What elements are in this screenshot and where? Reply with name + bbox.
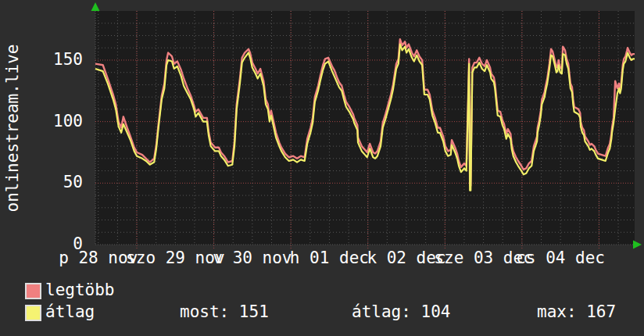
graph-window: onlinestream.live 150100500 p 28 novszo …: [0, 0, 644, 336]
y-tick-label-150: 150: [19, 50, 83, 70]
legend-label-avg: átlag: [45, 302, 95, 322]
stat-most: most: 151: [180, 302, 269, 322]
stat-atlag: átlag: 104: [352, 302, 450, 322]
legend-label-max: legtöbb: [45, 281, 115, 300]
y-tick-label-100: 100: [19, 112, 83, 131]
x-axis-arrow-icon: [633, 241, 642, 249]
y-axis-arrow-icon: [91, 2, 100, 11]
y-tick-label-50: 50: [19, 173, 83, 192]
plot-area: [95, 11, 635, 245]
legend-swatch-avg: [25, 305, 41, 321]
stat-max: max: 167: [537, 302, 616, 322]
legend-swatch-max: [25, 283, 41, 299]
x-day-label-6: cs 04 dec: [494, 248, 627, 267]
